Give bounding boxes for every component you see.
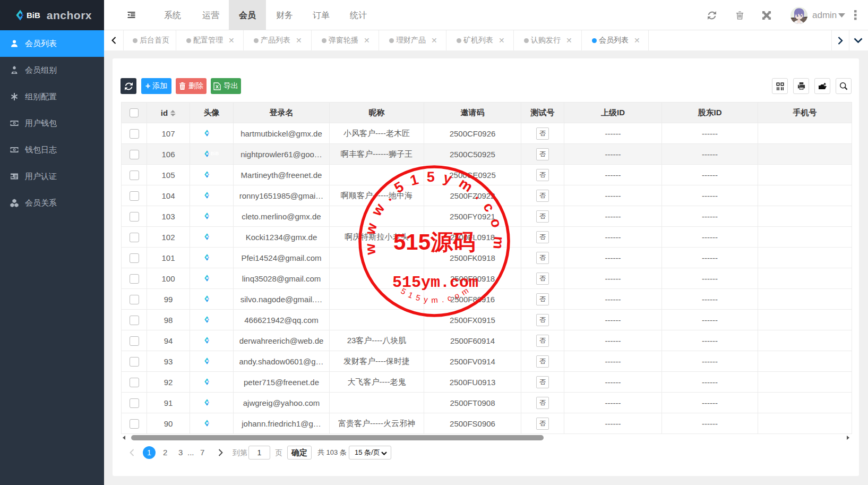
svg-text:515源码: 515源码 xyxy=(393,229,475,254)
svg-text:515ym.com: 515ym.com xyxy=(392,274,478,292)
